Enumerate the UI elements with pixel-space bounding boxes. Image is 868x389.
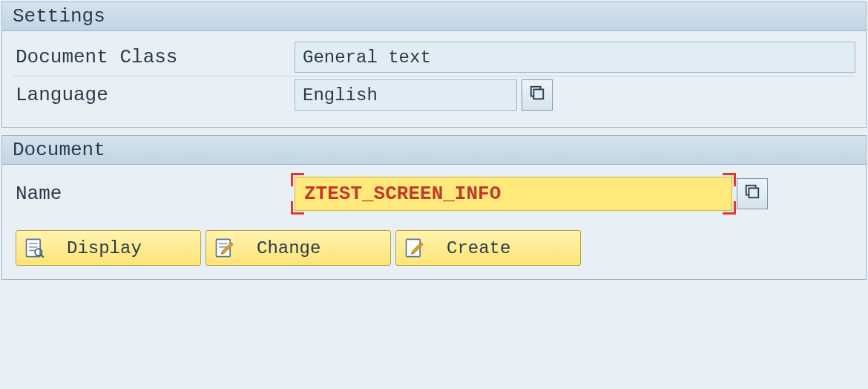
button-bar: Display Change Create [13,226,855,266]
name-label: Name [13,183,295,205]
document-panel-header: Document [2,136,866,165]
change-button[interactable]: Change [206,230,391,266]
name-field-wrap [295,177,732,211]
document-class-value: General text [303,48,431,68]
language-value: English [303,85,378,105]
change-icon [214,238,234,258]
settings-panel-body: Document Class General text Language Eng… [2,31,866,127]
language-label: Language [13,84,295,106]
language-value-help-button[interactable] [522,79,553,111]
settings-panel: Settings Document Class General text Lan… [1,1,867,128]
display-button-label: Display [67,238,142,258]
document-title: Document [13,139,105,161]
value-help-icon [744,183,760,205]
svg-rect-1 [533,89,543,99]
document-class-row: Document Class General text [13,39,855,76]
svg-rect-4 [27,239,41,256]
required-corner-icon [723,173,736,186]
display-icon [24,238,45,258]
required-corner-icon [723,201,736,215]
required-corner-icon [291,173,304,186]
svg-line-9 [41,255,44,258]
document-panel: Document Name Display [1,135,867,280]
name-row: Name [13,172,855,226]
language-row: Language English [13,76,855,114]
settings-panel-header: Settings [2,2,866,31]
change-button-label: Change [257,238,320,258]
svg-rect-3 [749,188,758,197]
required-corner-icon [291,201,304,215]
name-input[interactable] [295,177,732,211]
value-help-icon [529,85,545,106]
settings-title: Settings [13,5,105,27]
document-class-label: Document Class [13,46,295,68]
display-button[interactable]: Display [16,230,201,266]
language-field[interactable]: English [295,79,517,111]
create-button-label: Create [447,238,510,258]
create-button[interactable]: Create [395,230,581,266]
name-value-help-button[interactable] [737,178,768,209]
create-icon [404,238,424,258]
document-class-field[interactable]: General text [295,42,855,73]
document-panel-body: Name Display [2,165,866,279]
